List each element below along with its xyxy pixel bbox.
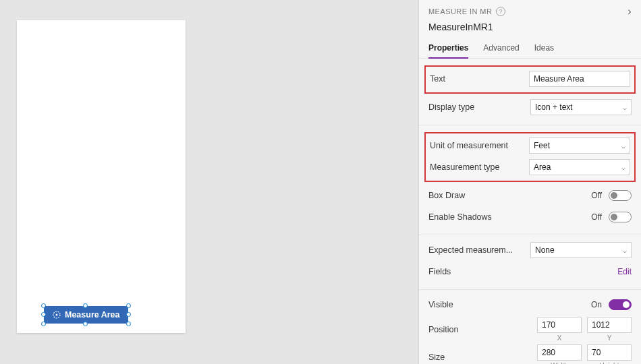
position-x-input[interactable] [537, 317, 582, 333]
position-label: Position [428, 325, 516, 334]
shadows-label: Enable Shadows [428, 212, 516, 222]
size-label: Size [428, 353, 516, 362]
expected-label: Expected measurem... [428, 245, 516, 255]
resize-handle[interactable] [126, 322, 131, 326]
group-layout: Visible On Position X Y [419, 290, 641, 364]
position-y-input[interactable] [587, 317, 632, 333]
chevron-down-icon: ⌵ [623, 247, 627, 254]
properties-panel: MEASURE IN MR ? › MeasureInMR1 Propertie… [418, 0, 641, 364]
measure-icon [52, 310, 61, 320]
resize-handle[interactable] [83, 303, 88, 308]
text-label: Text [430, 74, 518, 84]
expected-select[interactable]: None ⌵ [530, 242, 632, 258]
height-input[interactable] [587, 344, 632, 361]
fields-edit-link[interactable]: Edit [617, 267, 632, 276]
measure-area-button[interactable]: Measure Area [44, 306, 128, 324]
unit-value: Feet [534, 141, 550, 150]
unit-select[interactable]: Feet ⌵ [529, 138, 630, 154]
panel-header: MEASURE IN MR ? › MeasureInMR1 [419, 0, 641, 35]
visible-toggle[interactable] [609, 299, 632, 310]
boxdraw-state: Off [591, 191, 602, 200]
measure-button-label: Measure Area [65, 310, 120, 320]
pos-y-sublabel: Y [607, 334, 612, 342]
visible-state: On [591, 300, 602, 309]
chevron-down-icon: ⌵ [621, 142, 625, 150]
tab-advanced[interactable]: Advanced [483, 43, 519, 58]
canvas-area[interactable]: Measure Area [0, 0, 418, 364]
resize-handle[interactable] [41, 303, 46, 308]
pos-x-sublabel: X [557, 334, 562, 342]
highlight-text: Text [424, 65, 636, 94]
resize-handle[interactable] [41, 322, 46, 326]
group-measure: Unit of measurement Feet ⌵ Measurement t… [419, 125, 641, 235]
display-type-label: Display type [428, 102, 516, 112]
meas-type-select[interactable]: Area ⌵ [529, 159, 630, 175]
visible-label: Visible [428, 300, 516, 309]
meas-type-value: Area [534, 162, 551, 172]
resize-handle[interactable] [41, 312, 46, 317]
width-input[interactable] [537, 344, 582, 361]
highlight-measure: Unit of measurement Feet ⌵ Measurement t… [424, 132, 636, 182]
resize-handle[interactable] [126, 303, 131, 308]
artboard[interactable]: Measure Area [17, 20, 186, 333]
shadows-toggle[interactable] [609, 212, 632, 222]
chevron-down-icon: ⌵ [621, 164, 625, 171]
tab-properties[interactable]: Properties [428, 43, 468, 59]
expected-value: None [535, 245, 555, 255]
meas-type-label: Measurement type [430, 162, 518, 172]
tab-ideas[interactable]: Ideas [534, 43, 554, 58]
chevron-down-icon: ⌵ [623, 104, 627, 111]
resize-handle[interactable] [126, 312, 131, 317]
unit-label: Unit of measurement [430, 141, 518, 150]
boxdraw-toggle[interactable] [609, 190, 632, 201]
fields-label: Fields [428, 267, 516, 276]
display-type-select[interactable]: Icon + text ⌵ [530, 99, 632, 115]
display-type-value: Icon + text [535, 102, 573, 112]
control-type-label: MEASURE IN MR [428, 7, 492, 16]
resize-handle[interactable] [83, 322, 88, 326]
chevron-right-icon[interactable]: › [628, 5, 632, 18]
group-text-display: Text Display type Icon + text ⌵ [419, 59, 641, 125]
shadows-state: Off [591, 212, 602, 222]
object-name: MeasureInMR1 [428, 22, 632, 32]
tab-bar: Properties Advanced Ideas [419, 35, 641, 59]
help-icon[interactable]: ? [496, 7, 505, 16]
group-expected: Expected measurem... None ⌵ Fields Edit [419, 235, 641, 290]
boxdraw-label: Box Draw [428, 191, 516, 200]
svg-point-1 [56, 314, 58, 316]
text-input[interactable] [529, 71, 630, 87]
